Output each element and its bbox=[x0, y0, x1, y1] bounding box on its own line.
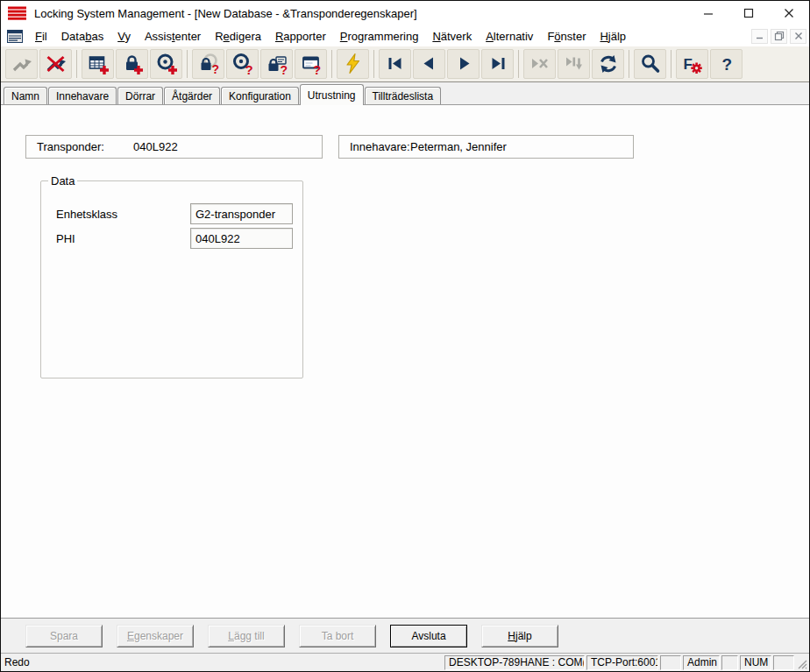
avsluta-button[interactable]: Avsluta bbox=[390, 625, 467, 647]
svg-text:?: ? bbox=[721, 55, 732, 74]
menu-redigera[interactable]: Redigera bbox=[208, 27, 268, 46]
refresh-button[interactable] bbox=[592, 49, 624, 79]
program-button[interactable] bbox=[337, 49, 369, 79]
program-lightning-icon bbox=[342, 53, 365, 75]
footer-button-bar: Spara Egenskaper Lägg till Ta bort Avslu… bbox=[1, 618, 809, 653]
menu-databas[interactable]: Databas bbox=[54, 27, 110, 46]
menu-fonster[interactable]: Fönster bbox=[540, 27, 593, 46]
status-bar: Redo DESKTOP-789HANE : COM(*) TCP-Port:6… bbox=[1, 653, 809, 671]
continue-search-icon bbox=[563, 53, 586, 75]
last-record-button[interactable] bbox=[481, 49, 514, 79]
filter-settings-button[interactable]: F bbox=[676, 49, 708, 79]
help-icon: ? bbox=[715, 53, 738, 75]
previous-record-button[interactable] bbox=[413, 49, 445, 79]
transponder-value: 040L922 bbox=[133, 140, 178, 153]
new-locking-system-icon bbox=[87, 53, 110, 75]
lagg-till-button: Lägg till bbox=[208, 625, 285, 647]
hjalp-button[interactable]: Hjälp bbox=[481, 625, 558, 647]
close-icon bbox=[781, 5, 797, 21]
status-panel-num-lock: NUM bbox=[740, 655, 771, 670]
next-record-button[interactable] bbox=[447, 49, 480, 79]
close-button[interactable] bbox=[769, 2, 809, 25]
new-transponder-button[interactable] bbox=[150, 49, 182, 79]
maximize-button[interactable] bbox=[728, 2, 769, 25]
status-panel-empty-2 bbox=[721, 655, 738, 670]
status-ready-text: Redo bbox=[1, 656, 444, 668]
status-panel-tcp-port: TCP-Port:6001 bbox=[586, 655, 658, 670]
next-record-icon bbox=[452, 53, 475, 75]
owner-value: Peterman, Jennifer bbox=[410, 140, 507, 153]
mdi-close-icon bbox=[793, 31, 804, 41]
window-title: Locking System Management - [New Databas… bbox=[34, 7, 688, 20]
previous-record-icon bbox=[418, 53, 441, 75]
svg-text:?: ? bbox=[245, 62, 252, 76]
tab-namn[interactable]: Namn bbox=[4, 87, 47, 104]
mdi-minimize-button[interactable] bbox=[751, 29, 768, 44]
toolbar-separator bbox=[671, 50, 671, 78]
app-window: Locking System Management - [New Databas… bbox=[0, 0, 810, 672]
read-network-icon: ? bbox=[300, 53, 323, 75]
enhetsklass-label: Enhetsklass bbox=[56, 208, 117, 221]
tab-page-utrustning: Transponder: 040L922 Innehavare: Peterma… bbox=[1, 104, 809, 618]
filter-settings-icon: F bbox=[681, 53, 704, 75]
menu-alternativ[interactable]: Alternativ bbox=[479, 27, 540, 46]
menu-hjalp[interactable]: Hjälp bbox=[593, 27, 633, 46]
data-groupbox: Data Enhetsklass PHI bbox=[40, 174, 303, 378]
cancel-jump-icon bbox=[45, 53, 68, 75]
continue-search-button bbox=[558, 49, 590, 79]
tab-konfiguration[interactable]: Konfiguration bbox=[221, 87, 299, 104]
toolbar-separator bbox=[629, 50, 629, 78]
phi-field[interactable] bbox=[190, 228, 293, 249]
svg-text:F: F bbox=[683, 56, 692, 73]
cancel-jump-button[interactable] bbox=[39, 49, 72, 79]
menu-fil[interactable]: Fil bbox=[28, 27, 54, 46]
phi-label: PHI bbox=[56, 232, 75, 245]
tab-innehavare[interactable]: Innehavare bbox=[48, 87, 117, 104]
help-button[interactable]: ? bbox=[710, 49, 742, 79]
first-record-button[interactable] bbox=[379, 49, 411, 79]
menu-programmering[interactable]: Programmering bbox=[333, 27, 426, 46]
tab-bar: Namn Innehavare Dörrar Åtgärder Konfigur… bbox=[1, 82, 809, 104]
new-lock-button[interactable] bbox=[116, 49, 148, 79]
owner-header-box: Innehavare: Peterman, Jennifer bbox=[338, 135, 634, 159]
last-record-icon bbox=[487, 53, 509, 75]
menu-assistenter[interactable]: Assistenter bbox=[138, 27, 208, 46]
resize-grip[interactable] bbox=[796, 655, 808, 670]
undo-jump-button bbox=[5, 49, 38, 79]
menu-vy[interactable]: Vy bbox=[110, 27, 138, 46]
mdi-restore-button[interactable] bbox=[771, 29, 787, 44]
menu-natverk[interactable]: Nätverk bbox=[425, 27, 479, 46]
mdi-close-button[interactable] bbox=[790, 29, 806, 44]
data-groupbox-legend: Data bbox=[48, 174, 77, 187]
transponder-header-box: Transponder: 040L922 bbox=[25, 135, 323, 159]
toolbar-separator bbox=[187, 50, 188, 78]
toolbar: ? ? ? ? bbox=[1, 46, 809, 82]
mdi-document-icon[interactable] bbox=[7, 30, 23, 43]
app-logo-icon bbox=[8, 6, 27, 21]
search-button[interactable] bbox=[634, 49, 666, 79]
toolbar-separator bbox=[373, 50, 374, 78]
new-locking-system-button[interactable] bbox=[82, 49, 114, 79]
status-panel-empty-3 bbox=[773, 655, 794, 670]
toolbar-separator bbox=[76, 50, 77, 78]
toolbar-separator bbox=[331, 50, 332, 78]
read-transponder-button[interactable]: ? bbox=[226, 49, 259, 79]
minimize-button[interactable] bbox=[688, 2, 728, 25]
read-lock-net-button[interactable]: ? bbox=[260, 49, 293, 79]
tab-dorrar[interactable]: Dörrar bbox=[117, 87, 163, 104]
read-lock-button[interactable]: ? bbox=[192, 49, 224, 79]
menu-rapporter[interactable]: Rapporter bbox=[268, 27, 333, 46]
svg-text:?: ? bbox=[211, 62, 219, 75]
read-lock-net-icon: ? bbox=[266, 53, 288, 75]
status-panel-empty-1 bbox=[660, 655, 681, 670]
tab-tilltradeslista[interactable]: Tillträdeslista bbox=[365, 87, 442, 104]
read-lock-icon: ? bbox=[197, 53, 220, 75]
transponder-label: Transponder: bbox=[26, 140, 133, 153]
tab-utrustning[interactable]: Utrustning bbox=[300, 84, 364, 105]
enhetsklass-field[interactable] bbox=[190, 203, 293, 224]
new-lock-icon bbox=[121, 53, 144, 75]
read-network-button[interactable]: ? bbox=[295, 49, 327, 79]
cancel-search-button bbox=[523, 49, 556, 79]
tab-atgarder[interactable]: Åtgärder bbox=[164, 87, 220, 104]
search-icon bbox=[639, 53, 662, 75]
